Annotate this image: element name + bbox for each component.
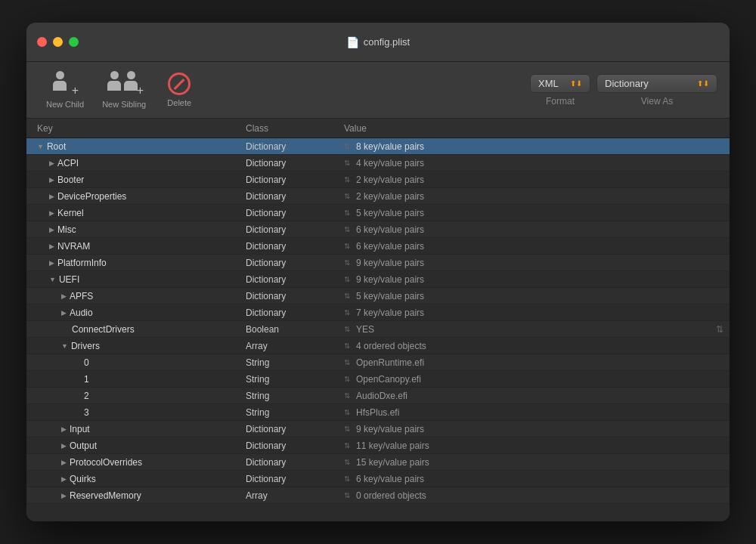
stepper-icon[interactable] <box>344 325 350 333</box>
expand-icon[interactable] <box>61 425 67 433</box>
stepper-icon[interactable] <box>344 192 350 200</box>
viewas-dropdown[interactable]: Dictionary ⬆⬇ <box>596 74 717 93</box>
maximize-button[interactable] <box>69 37 79 47</box>
new-sibling-button[interactable]: + New Sibling <box>94 65 153 115</box>
expand-icon[interactable] <box>49 276 56 283</box>
row-key: Booter <box>26 175 246 185</box>
stepper-icon[interactable] <box>344 159 350 167</box>
stepper-icon[interactable] <box>344 142 350 150</box>
table-row[interactable]: ConnectDriversBooleanYES⇅ <box>26 321 730 338</box>
stepper-icon[interactable] <box>344 275 350 283</box>
table-row[interactable]: BooterDictionary2 key/value pairs <box>26 172 730 188</box>
table-row[interactable]: DevicePropertiesDictionary2 key/value pa… <box>26 188 730 205</box>
expand-icon[interactable] <box>61 292 67 300</box>
row-class: Dictionary <box>246 141 344 152</box>
expand-icon[interactable] <box>49 193 54 200</box>
expand-icon[interactable] <box>49 226 54 233</box>
expand-icon[interactable] <box>49 159 54 167</box>
table-row[interactable]: OutputDictionary11 key/value pairs <box>26 437 730 454</box>
row-class: Dictionary <box>246 440 344 451</box>
table-body[interactable]: RootDictionary8 key/value pairsACPIDicti… <box>26 138 730 521</box>
table-row[interactable]: 1StringOpenCanopy.efi <box>26 371 730 388</box>
stepper-icon[interactable] <box>344 408 350 416</box>
row-value: 9 key/value pairs <box>344 258 730 268</box>
expand-icon[interactable] <box>49 209 54 217</box>
row-value: 4 key/value pairs <box>344 158 730 168</box>
table-row[interactable]: APFSDictionary5 key/value pairs <box>26 288 730 304</box>
stepper-icon[interactable] <box>344 458 350 466</box>
table-row[interactable]: KernelDictionary5 key/value pairs <box>26 205 730 221</box>
table-row[interactable]: UEFIDictionary9 key/value pairs <box>26 271 730 288</box>
table-row[interactable]: ACPIDictionary4 key/value pairs <box>26 155 730 172</box>
table-row[interactable]: 0StringOpenRuntime.efi <box>26 354 730 371</box>
expand-icon[interactable] <box>49 243 54 250</box>
table-row[interactable]: RootDictionary8 key/value pairs <box>26 138 730 155</box>
row-value: YES⇅ <box>344 324 730 335</box>
edit-arrows-icon[interactable]: ⇅ <box>716 324 723 335</box>
delete-icon <box>168 73 191 95</box>
table-row[interactable]: 2StringAudioDxe.efi <box>26 388 730 404</box>
row-key: Quirks <box>26 474 246 484</box>
table-row[interactable]: QuirksDictionary6 key/value pairs <box>26 471 730 487</box>
expand-icon[interactable] <box>49 259 54 267</box>
table-row[interactable]: NVRAMDictionary6 key/value pairs <box>26 238 730 255</box>
table-row[interactable]: DriversArray4 ordered objects <box>26 338 730 354</box>
expand-icon[interactable] <box>37 143 44 150</box>
viewas-label: View As <box>641 96 673 107</box>
close-button[interactable] <box>37 37 47 47</box>
toolbar: + New Child + New Sibling <box>26 62 730 119</box>
table-row[interactable]: ProtocolOverridesDictionary15 key/value … <box>26 454 730 471</box>
row-key: 0 <box>26 357 246 368</box>
column-headers: Key Class Value <box>26 119 730 138</box>
stepper-icon[interactable] <box>344 491 350 499</box>
table-row[interactable]: InputDictionary9 key/value pairs <box>26 421 730 437</box>
new-child-button[interactable]: + New Child <box>39 65 91 115</box>
stepper-icon[interactable] <box>344 425 350 433</box>
minimize-button[interactable] <box>53 37 63 47</box>
table-row[interactable]: MiscDictionary6 key/value pairs <box>26 221 730 238</box>
traffic-lights <box>37 37 79 47</box>
row-value: 11 key/value pairs <box>344 440 730 451</box>
row-value: 8 key/value pairs <box>344 141 730 152</box>
stepper-icon[interactable] <box>344 175 350 184</box>
stepper-icon[interactable] <box>344 258 350 267</box>
row-key: Misc <box>26 224 246 235</box>
stepper-icon[interactable] <box>344 342 350 350</box>
stepper-icon[interactable] <box>344 391 350 400</box>
stepper-icon[interactable] <box>344 292 350 300</box>
viewas-dropdown-arrow: ⬆⬇ <box>697 79 709 88</box>
row-key: APFS <box>26 291 246 301</box>
table-row[interactable]: AudioDictionary7 key/value pairs <box>26 304 730 321</box>
row-key: NVRAM <box>26 241 246 252</box>
stepper-icon[interactable] <box>344 375 350 383</box>
expand-icon[interactable] <box>61 442 67 450</box>
table-row[interactable]: ReservedMemoryArray0 ordered objects <box>26 487 730 504</box>
new-sibling-label: New Sibling <box>102 100 146 109</box>
expand-icon[interactable] <box>61 342 68 350</box>
row-value: 9 key/value pairs <box>344 274 730 285</box>
table-row[interactable]: PlatformInfoDictionary9 key/value pairs <box>26 255 730 271</box>
stepper-icon[interactable] <box>344 474 350 483</box>
row-key: Input <box>26 424 246 434</box>
stepper-icon[interactable] <box>344 225 350 233</box>
expand-icon[interactable] <box>61 492 67 499</box>
stepper-icon[interactable] <box>344 209 350 217</box>
row-class: Dictionary <box>246 258 344 268</box>
stepper-icon[interactable] <box>344 242 350 250</box>
row-key: Kernel <box>26 208 246 218</box>
stepper-icon[interactable] <box>344 358 350 366</box>
format-dropdown[interactable]: XML ⬆⬇ <box>530 74 590 93</box>
row-value: 2 key/value pairs <box>344 191 730 202</box>
expand-icon[interactable] <box>49 176 54 184</box>
stepper-icon[interactable] <box>344 441 350 450</box>
main-window: 📄 config.plist + New Child <box>26 23 730 521</box>
col-key-header: Key <box>26 123 246 134</box>
expand-icon[interactable] <box>61 309 67 317</box>
stepper-icon[interactable] <box>344 308 350 317</box>
table-row[interactable]: 3StringHfsPlus.efi <box>26 404 730 421</box>
format-label: Format <box>546 96 575 107</box>
delete-button[interactable]: Delete <box>156 66 202 113</box>
expand-icon[interactable] <box>61 475 67 483</box>
expand-icon[interactable] <box>61 459 67 466</box>
row-class: Dictionary <box>246 457 344 468</box>
